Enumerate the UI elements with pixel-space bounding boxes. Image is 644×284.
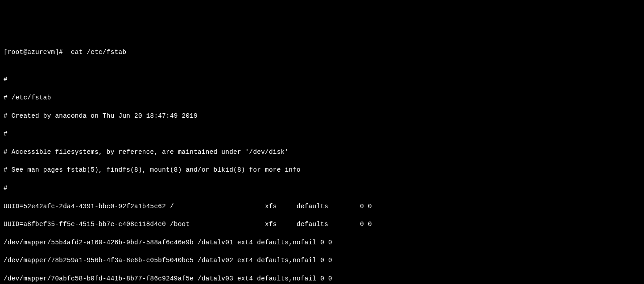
output-line: UUID=a8fbef35-ff5e-4515-bb7e-c408c118d4c… — [4, 220, 640, 229]
output-line: # See man pages fstab(5), findfs(8), mou… — [4, 165, 640, 174]
output-line: # Created by anaconda on Thu Jun 20 18:4… — [4, 111, 640, 120]
output-line: # /etc/fstab — [4, 93, 640, 102]
output-line: # — [4, 75, 640, 84]
output-line: /dev/mapper/55b4afd2-a160-426b-9bd7-588a… — [4, 238, 640, 247]
output-line: # — [4, 184, 640, 193]
prompt-line: [root@azurevm]# cat /etc/fstab — [4, 48, 640, 57]
output-line: # Accessible filesystems, by reference, … — [4, 148, 640, 156]
output-line: /dev/mapper/78b259a1-956b-4f3a-8e6b-c05b… — [4, 256, 640, 265]
terminal-output[interactable]: [root@azurevm]# cat /etc/fstab # # /etc/… — [4, 39, 640, 284]
output-line: # — [4, 129, 640, 138]
output-line: /dev/mapper/70abfc58-b0fd-441b-8b77-f86c… — [4, 274, 640, 283]
output-line: UUID=52e42afc-2da4-4391-bbc0-92f2a1b45c6… — [4, 202, 640, 211]
